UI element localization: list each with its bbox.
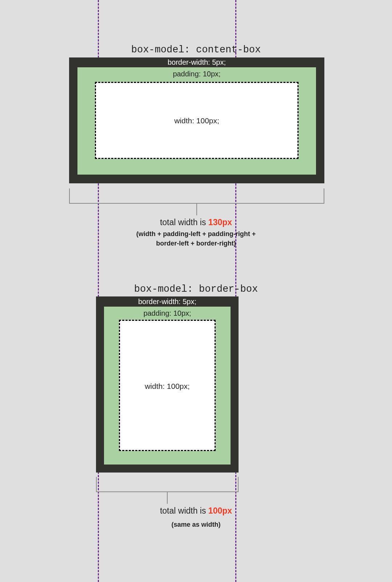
content-box-width-label: width: 100px; bbox=[95, 116, 299, 125]
formula-line1: (width + padding-left + padding-right + bbox=[136, 230, 256, 238]
border-box-bracket-stem bbox=[167, 492, 168, 504]
content-box-total-width: total width is 130px bbox=[0, 218, 392, 227]
formula-line2: border-left + border-right) bbox=[156, 240, 236, 247]
border-box-padding-label: padding: 10px; bbox=[104, 309, 231, 318]
border-box-width-bracket bbox=[96, 477, 239, 492]
title-border-box: box-model: border-box bbox=[0, 284, 392, 295]
border-box-width-label: width: 100px; bbox=[119, 382, 216, 391]
total-width-prefix: total width is bbox=[160, 218, 208, 227]
border-box-total-width: total width is 100px bbox=[0, 506, 392, 516]
content-box-padding-label: padding: 10px; bbox=[77, 70, 316, 78]
title-content-box: box-model: content-box bbox=[0, 44, 392, 55]
total-width-value: 100px bbox=[208, 506, 232, 515]
content-box-width-bracket bbox=[69, 188, 324, 204]
total-width-value: 130px bbox=[208, 218, 232, 227]
content-box-formula: (width + padding-left + padding-right + … bbox=[0, 229, 392, 248]
content-box-bracket-stem bbox=[196, 204, 197, 215]
content-box-border-label: border-width: 5px; bbox=[69, 58, 324, 67]
border-box-formula: (same as width) bbox=[0, 521, 392, 529]
total-width-prefix: total width is bbox=[160, 506, 208, 515]
border-box-border-label: border-width: 5px; bbox=[96, 298, 239, 306]
